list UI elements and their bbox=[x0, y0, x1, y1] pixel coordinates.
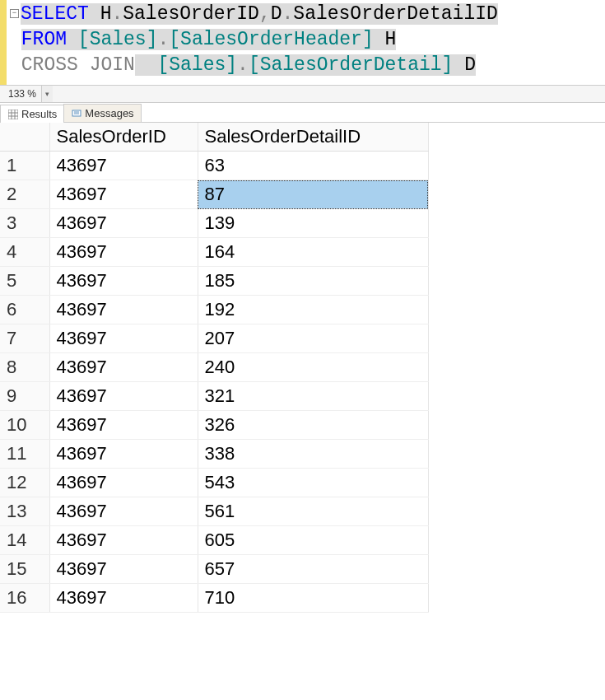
code-token: H bbox=[100, 3, 112, 25]
cell-salesorderdetailid[interactable]: 63 bbox=[198, 152, 428, 180]
table-row[interactable]: 1543697657 bbox=[0, 555, 428, 584]
cell-salesorderid[interactable]: 43697 bbox=[49, 497, 198, 526]
row-number-cell[interactable]: 6 bbox=[0, 296, 49, 324]
cell-salesorderid[interactable]: 43697 bbox=[49, 180, 198, 209]
cell-salesorderdetailid[interactable]: 321 bbox=[198, 382, 428, 411]
row-number-cell[interactable]: 16 bbox=[0, 584, 49, 613]
results-tabs: Results Messages bbox=[0, 103, 605, 123]
code-line-3[interactable]: CROSS JOIN [Sales].[SalesOrderDetail] D bbox=[10, 53, 605, 78]
zoom-toolbar: 133 % ▾ bbox=[0, 85, 605, 103]
cell-salesorderdetailid[interactable]: 605 bbox=[198, 526, 428, 555]
row-number-header[interactable] bbox=[0, 123, 49, 152]
cell-salesorderid[interactable]: 43697 bbox=[49, 267, 198, 296]
row-number-cell[interactable]: 11 bbox=[0, 440, 49, 469]
row-number-cell[interactable]: 13 bbox=[0, 497, 49, 526]
table-row[interactable]: 1443697605 bbox=[0, 526, 428, 555]
row-number-cell[interactable]: 14 bbox=[0, 526, 49, 555]
row-number-cell[interactable]: 3 bbox=[0, 209, 49, 238]
cell-salesorderid[interactable]: 43697 bbox=[49, 584, 198, 613]
code-token: D bbox=[271, 3, 282, 25]
code-line-1[interactable]: −SELECT H.SalesOrderID,D.SalesOrderDetai… bbox=[10, 2, 605, 27]
table-row[interactable]: 843697240 bbox=[0, 353, 428, 382]
table-row[interactable]: 1043697326 bbox=[0, 411, 428, 440]
code-token: . bbox=[111, 3, 123, 25]
tab-results[interactable]: Results bbox=[0, 105, 64, 123]
row-number-cell[interactable]: 9 bbox=[0, 382, 49, 411]
results-grid[interactable]: SalesOrderID SalesOrderDetailID 14369763… bbox=[0, 123, 605, 613]
code-token: CROSS bbox=[21, 54, 78, 76]
cell-salesorderdetailid[interactable]: 543 bbox=[198, 469, 428, 497]
cell-salesorderid[interactable]: 43697 bbox=[49, 440, 198, 469]
row-number-cell[interactable]: 10 bbox=[0, 411, 49, 440]
code-token bbox=[89, 3, 100, 25]
code-tokens-1: SELECT H.SalesOrderID,D.SalesOrderDetail… bbox=[21, 3, 498, 25]
code-token: [Sales] bbox=[157, 54, 237, 76]
code-token bbox=[396, 29, 407, 50]
table-row[interactable]: 743697207 bbox=[0, 324, 428, 353]
table-row[interactable]: 24369787 bbox=[0, 180, 428, 209]
collapse-toggle-icon[interactable]: − bbox=[10, 9, 19, 18]
table-row[interactable]: 543697185 bbox=[0, 267, 428, 296]
code-token: . bbox=[282, 3, 294, 25]
table-row[interactable]: 1643697710 bbox=[0, 584, 428, 613]
code-token bbox=[78, 54, 90, 76]
table-row[interactable]: 1143697338 bbox=[0, 440, 428, 469]
row-number-cell[interactable]: 2 bbox=[0, 180, 49, 209]
cell-salesorderdetailid[interactable]: 710 bbox=[198, 584, 428, 613]
code-line-2[interactable]: FROM [Sales].[SalesOrderHeader] H bbox=[10, 27, 605, 53]
code-token: [SalesOrderHeader] bbox=[169, 29, 373, 50]
cell-salesorderid[interactable]: 43697 bbox=[49, 296, 198, 324]
cell-salesorderdetailid[interactable]: 240 bbox=[198, 353, 428, 382]
row-number-cell[interactable]: 15 bbox=[0, 555, 49, 584]
table-row[interactable]: 343697139 bbox=[0, 209, 428, 238]
code-token: FROM bbox=[21, 29, 67, 50]
code-token: SalesOrderDetailID bbox=[293, 3, 497, 25]
cell-salesorderid[interactable]: 43697 bbox=[49, 324, 198, 353]
zoom-dropdown-button[interactable]: ▾ bbox=[41, 86, 53, 102]
code-token: D bbox=[453, 54, 476, 76]
column-header-salesorderdetailid[interactable]: SalesOrderDetailID bbox=[198, 123, 428, 152]
code-tokens-3: CROSS JOIN [Sales].[SalesOrderDetail] D bbox=[21, 54, 476, 76]
row-number-cell[interactable]: 12 bbox=[0, 469, 49, 497]
row-number-cell[interactable]: 7 bbox=[0, 324, 49, 353]
row-number-cell[interactable]: 1 bbox=[0, 152, 49, 180]
cell-salesorderdetailid[interactable]: 192 bbox=[198, 296, 428, 324]
header-row: SalesOrderID SalesOrderDetailID bbox=[0, 123, 428, 152]
table-row[interactable]: 443697164 bbox=[0, 238, 428, 267]
tab-messages[interactable]: Messages bbox=[63, 104, 141, 122]
zoom-value[interactable]: 133 % bbox=[0, 88, 41, 100]
cell-salesorderdetailid[interactable]: 87 bbox=[198, 180, 428, 209]
column-header-salesorderid[interactable]: SalesOrderID bbox=[49, 123, 198, 152]
cell-salesorderdetailid[interactable]: 561 bbox=[198, 497, 428, 526]
cell-salesorderdetailid[interactable]: 207 bbox=[198, 324, 428, 353]
cell-salesorderdetailid[interactable]: 164 bbox=[198, 238, 428, 267]
cell-salesorderid[interactable]: 43697 bbox=[49, 555, 198, 584]
table-row[interactable]: 943697321 bbox=[0, 382, 428, 411]
code-text-area[interactable]: −SELECT H.SalesOrderID,D.SalesOrderDetai… bbox=[7, 0, 605, 85]
cell-salesorderid[interactable]: 43697 bbox=[49, 209, 198, 238]
cell-salesorderdetailid[interactable]: 338 bbox=[198, 440, 428, 469]
cell-salesorderid[interactable]: 43697 bbox=[49, 382, 198, 411]
cell-salesorderid[interactable]: 43697 bbox=[49, 411, 198, 440]
code-tokens-2: FROM [Sales].[SalesOrderHeader] H bbox=[21, 29, 407, 50]
code-token bbox=[67, 29, 78, 50]
messages-icon bbox=[71, 108, 81, 119]
cell-salesorderdetailid[interactable]: 185 bbox=[198, 267, 428, 296]
cell-salesorderdetailid[interactable]: 139 bbox=[198, 209, 428, 238]
row-number-cell[interactable]: 4 bbox=[0, 238, 49, 267]
table-row[interactable]: 1343697561 bbox=[0, 497, 428, 526]
table-row[interactable]: 14369763 bbox=[0, 152, 428, 180]
table-row[interactable]: 1243697543 bbox=[0, 469, 428, 497]
table-row[interactable]: 643697192 bbox=[0, 296, 428, 324]
cell-salesorderdetailid[interactable]: 657 bbox=[198, 555, 428, 584]
code-token: [Sales] bbox=[78, 29, 158, 50]
cell-salesorderid[interactable]: 43697 bbox=[49, 152, 198, 180]
row-number-cell[interactable]: 5 bbox=[0, 267, 49, 296]
cell-salesorderid[interactable]: 43697 bbox=[49, 238, 198, 267]
row-number-cell[interactable]: 8 bbox=[0, 353, 49, 382]
cell-salesorderid[interactable]: 43697 bbox=[49, 526, 198, 555]
cell-salesorderid[interactable]: 43697 bbox=[49, 469, 198, 497]
cell-salesorderid[interactable]: 43697 bbox=[49, 353, 198, 382]
cell-salesorderdetailid[interactable]: 326 bbox=[198, 411, 428, 440]
sql-editor[interactable]: −SELECT H.SalesOrderID,D.SalesOrderDetai… bbox=[0, 0, 605, 85]
